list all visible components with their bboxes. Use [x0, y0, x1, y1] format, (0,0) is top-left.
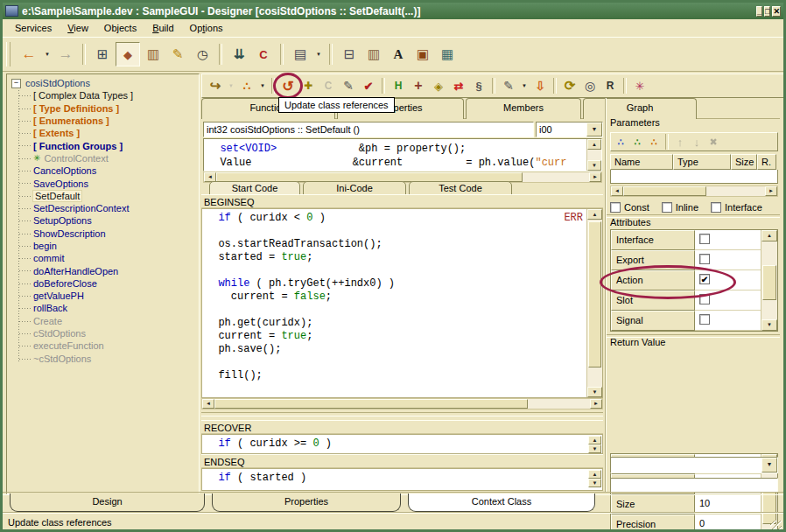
import-members-icon[interactable]: ⇄ — [449, 76, 468, 95]
move-parameter-down-icon[interactable]: ↓ — [689, 135, 705, 149]
code-tab-test-code[interactable]: Test Code — [409, 181, 512, 195]
tree-item-getvalueph[interactable]: getValuePH — [7, 290, 199, 302]
tree-item-controlcontext[interactable]: ✳ControlContext — [7, 152, 199, 164]
scroll-down-icon[interactable]: ▼ — [761, 319, 777, 331]
const-checkbox[interactable] — [610, 202, 621, 213]
scroll-up-icon[interactable]: ▲ — [588, 436, 601, 444]
tree-item-begin[interactable]: begin — [7, 240, 199, 252]
form-view-icon[interactable]: ▤ — [289, 43, 312, 66]
new-object-dropdown-icon[interactable]: ▼ — [257, 76, 268, 95]
back-icon[interactable]: ← — [18, 43, 40, 66]
back-history-dropdown-icon[interactable]: ▼ — [42, 43, 53, 66]
tree-item-setdefault[interactable]: SetDefault — [7, 190, 199, 202]
attribute-label[interactable]: Interface — [611, 230, 695, 250]
scroll-down-icon[interactable]: ▼ — [587, 160, 601, 171]
menu-build[interactable]: Build — [144, 20, 181, 36]
param-column-r[interactable]: R. — [757, 154, 776, 170]
parameters-empty-row[interactable] — [610, 170, 778, 184]
class-context-icon[interactable]: C — [252, 43, 275, 66]
tree-item-commit[interactable]: commit — [7, 252, 199, 264]
code-horizontal-scrollbar[interactable]: ◄ ► — [201, 398, 603, 410]
member-stack-icon[interactable]: ◈ — [429, 76, 448, 95]
param-column-type[interactable]: Type — [673, 154, 731, 170]
scroll-down-icon[interactable]: ▼ — [588, 444, 601, 453]
update-class-references-icon[interactable]: ↺ — [278, 76, 298, 95]
insert-parameter-icon[interactable]: ∴ — [629, 135, 645, 149]
scroll-right-icon[interactable]: ► — [589, 172, 601, 182]
tree-item-canceloptions[interactable]: CancelOptions — [7, 164, 199, 177]
toolbar-gripper[interactable] — [6, 42, 11, 66]
description-field[interactable] — [610, 478, 778, 493]
return-field-value[interactable]: 10 — [695, 494, 761, 514]
bottom-tab-properties[interactable]: Properties — [212, 494, 401, 512]
scroll-down-icon[interactable]: ▼ — [587, 387, 602, 397]
object-hierarchy-icon[interactable]: ⊞ — [91, 43, 114, 66]
chevron-down-icon[interactable]: ▼ — [586, 122, 602, 136]
edit-document-icon[interactable]: ✎ — [166, 43, 189, 66]
export-checkbox[interactable] — [699, 254, 710, 264]
scrollbar-thumb[interactable] — [214, 399, 528, 409]
tree-item-function-groups[interactable]: [ Function Groups ] — [7, 139, 199, 151]
rename-references-icon[interactable]: R — [600, 76, 620, 95]
close-button[interactable]: ✕ — [772, 6, 781, 17]
tree-item-setupoptions[interactable]: SetupOptions — [7, 214, 199, 227]
instance-combo[interactable]: i00 ▼ — [536, 122, 603, 137]
scroll-left-icon[interactable]: ◄ — [202, 399, 214, 409]
attribute-label[interactable]: Signal — [611, 311, 695, 331]
tree-item-saveoptions[interactable]: SaveOptions — [7, 177, 199, 189]
member-macro-icon[interactable]: § — [469, 76, 488, 95]
attribute-label[interactable]: Export — [611, 250, 695, 270]
package-icon[interactable]: ▥ — [142, 43, 165, 66]
tree-item-type-definitions[interactable]: [ Type Definitions ] — [7, 102, 199, 115]
class-graph-icon[interactable]: ✳ — [630, 76, 649, 95]
inline-checkbox[interactable] — [662, 202, 672, 213]
scrollbar-thumb[interactable] — [762, 265, 776, 300]
declarations-editor[interactable]: set<VOID> &ph = property(); Value &curre… — [203, 138, 602, 172]
param-column-size[interactable]: Size — [731, 154, 757, 170]
designer-icon[interactable]: ◆ — [116, 42, 140, 66]
bottom-tab-design[interactable]: Design — [10, 494, 205, 512]
scroll-left-icon[interactable]: ◄ — [611, 186, 623, 196]
bottom-tab-context-class[interactable]: Context Class — [408, 494, 595, 512]
return-field-label[interactable]: Size — [611, 494, 695, 514]
open-class-icon[interactable]: ↪ — [206, 76, 225, 95]
minimize-button[interactable]: _ — [756, 6, 762, 17]
form-view-dropdown-icon[interactable]: ▼ — [313, 43, 324, 66]
open-class-dropdown-icon[interactable]: ▼ — [226, 76, 236, 95]
code-tab-start-code[interactable]: Start Code — [209, 181, 300, 195]
tree-item-cosistdoptions[interactable]: −cosiStdOptions — [7, 77, 199, 89]
maximize-button[interactable]: □ — [764, 6, 770, 17]
class-interface-icon[interactable]: C — [319, 76, 338, 95]
edit-function-dropdown-icon[interactable]: ▼ — [519, 76, 530, 95]
endseq-scrollbar[interactable]: ▲ ▼ — [588, 470, 601, 489]
edit-function-icon[interactable]: ✎ — [499, 76, 518, 95]
scroll-up-icon[interactable]: ▲ — [587, 139, 601, 150]
tab-graph[interactable]: Graph — [583, 98, 697, 119]
signal-checkbox[interactable] — [699, 314, 710, 325]
chevron-down-icon[interactable]: ▼ — [761, 458, 777, 472]
new-object-icon[interactable]: ∴ — [237, 76, 256, 95]
copy-parameter-icon[interactable]: ∴ — [646, 135, 662, 149]
tree-item-cstdoptions[interactable]: ~cStdOptions — [7, 353, 199, 365]
code-vertical-scrollbar[interactable]: ▲ ▼ — [586, 209, 602, 397]
code-tab-ini-code[interactable]: Ini-Code — [303, 181, 406, 195]
attribute-label[interactable]: Action — [611, 270, 695, 290]
param-column-name[interactable]: Name — [610, 154, 673, 170]
tree-item-create[interactable]: Create — [7, 315, 199, 327]
tree-item-executefunction[interactable]: executeFunction — [7, 340, 199, 352]
tree-item-extents[interactable]: [ Extents ] — [7, 127, 199, 139]
add-member-icon[interactable]: + — [409, 76, 428, 95]
scroll-up-icon[interactable]: ▲ — [588, 470, 601, 479]
scrollbar-thumb[interactable] — [588, 221, 601, 368]
import-table-icon[interactable]: ⇊ — [228, 43, 250, 66]
history-clock-icon[interactable]: ◷ — [191, 43, 214, 66]
recover-scrollbar[interactable]: ▲ ▼ — [588, 436, 601, 452]
menu-services[interactable]: Services — [7, 20, 60, 36]
code-editor[interactable]: if ( curidx < 0 ) os.startReadTransactio… — [201, 208, 603, 398]
titlebar[interactable]: e:\Sample\Sample.dev : SampleGUI - Desig… — [3, 3, 783, 19]
edit-class-icon[interactable]: ✎ — [339, 76, 358, 95]
add-class-icon[interactable]: ✚ — [298, 76, 318, 95]
options-grid-icon[interactable]: ▦ — [436, 43, 459, 66]
font-icon[interactable]: A — [387, 43, 410, 66]
return-type-combo[interactable]: ▼ — [610, 457, 778, 473]
